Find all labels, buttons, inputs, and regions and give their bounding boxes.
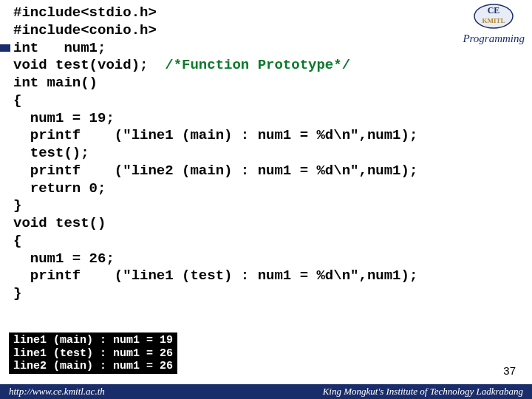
code-line: printf ("line1 (main) : num1 = %d\n",num… xyxy=(13,127,417,143)
code-line: { xyxy=(13,92,21,109)
code-line: printf ("line2 (main) : num1 = %d\n",num… xyxy=(13,163,417,179)
logo-block: CE KMITL Programming xyxy=(463,1,525,45)
code-line: void test() xyxy=(13,215,106,231)
footer-institution: King Mongkut's Institute of Technology L… xyxy=(323,386,523,398)
logo-caption: Programming xyxy=(463,33,525,45)
slide: CE KMITL Programming #include<stdio.h> #… xyxy=(0,0,532,399)
accent-bar xyxy=(0,44,10,52)
output-line: line2 (main) : num1 = 26 xyxy=(13,360,173,372)
code-line: } xyxy=(13,197,21,214)
code-block: #include<stdio.h> #include<conio.h> int … xyxy=(13,4,417,303)
code-line: int num1; xyxy=(13,40,106,56)
code-line: #include<conio.h> xyxy=(13,22,157,38)
code-line: num1 = 26; xyxy=(13,250,115,267)
code-line: } xyxy=(13,285,21,301)
logo-sub-text: KMITL xyxy=(482,17,505,24)
logo-top-text: CE xyxy=(488,5,500,16)
code-line: int main() xyxy=(13,75,98,91)
console-output: line1 (main) : num1 = 19 line1 (test) : … xyxy=(9,332,177,374)
code-line: void test(void); xyxy=(13,57,165,73)
code-line: test(); xyxy=(13,145,89,161)
code-line: #include<stdio.h> xyxy=(13,4,157,21)
footer-url: http://www.ce.kmitl.ac.th xyxy=(9,386,105,398)
code-line: { xyxy=(13,233,21,249)
code-line: printf ("line1 (test) : num1 = %d\n",num… xyxy=(13,267,417,284)
footer-bar: http://www.ce.kmitl.ac.th King Mongkut's… xyxy=(0,384,532,399)
code-line: num1 = 19; xyxy=(13,110,115,126)
code-comment: /*Function Prototype*/ xyxy=(165,57,350,73)
output-line: line1 (main) : num1 = 19 xyxy=(13,334,173,347)
code-line: return 0; xyxy=(13,180,106,197)
output-line: line1 (test) : num1 = 26 xyxy=(13,347,173,360)
kmitl-logo-icon: CE KMITL xyxy=(471,1,516,31)
page-number: 37 xyxy=(503,364,516,377)
